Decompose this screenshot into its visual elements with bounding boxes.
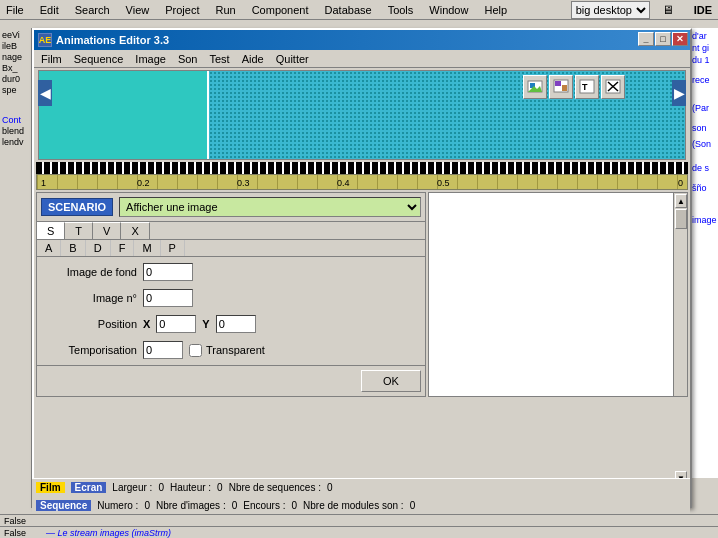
left-sidebar: eeVi ileB nage Bx_ dur0 spe Cont blend l…: [0, 28, 32, 508]
right-text-10: image: [692, 214, 717, 226]
sequence-badge: Sequence: [36, 500, 91, 511]
menu-test[interactable]: Test: [206, 52, 232, 66]
timeline-nav-left[interactable]: ◀: [38, 80, 52, 106]
menu-quitter[interactable]: Quitter: [273, 52, 312, 66]
animations-editor-window: AE Animations Editor 3.3 _ □ ✕ Film Sequ…: [32, 28, 692, 508]
right-text-6: son: [692, 122, 717, 134]
subtab-f[interactable]: F: [111, 240, 135, 256]
subtab-a[interactable]: A: [37, 240, 61, 256]
scenario-label: SCENARIO: [41, 198, 113, 216]
timeline-nav-right[interactable]: ▶: [672, 80, 686, 106]
menu-project[interactable]: Project: [161, 3, 203, 17]
subtab-b[interactable]: B: [61, 240, 85, 256]
status-bar-1: Film Ecran Largeur : 0 Hauteur : 0 Nbre …: [32, 478, 690, 496]
menu-search[interactable]: Search: [71, 3, 114, 17]
close-button[interactable]: ✕: [672, 32, 688, 46]
main-tab-bar: S T V X: [37, 222, 425, 240]
encours-label: Encours :: [243, 500, 285, 511]
editor-menubar: Film Sequence Image Son Test Aide Quitte…: [34, 50, 690, 68]
timeline-btn-text[interactable]: T: [575, 75, 599, 99]
left-item-eeVi: eeVi: [2, 30, 29, 40]
menu-son[interactable]: Son: [175, 52, 201, 66]
menu-tools[interactable]: Tools: [384, 3, 418, 17]
preview-panel: ▲ ▼: [428, 192, 688, 397]
menu-sequence[interactable]: Sequence: [71, 52, 127, 66]
hauteur-value: 0: [217, 482, 223, 493]
tab-s[interactable]: S: [37, 222, 65, 239]
left-item-nage: nage: [2, 52, 29, 62]
x-label: X: [143, 318, 150, 330]
menu-database[interactable]: Database: [321, 3, 376, 17]
ruler-label-5: 0.5: [437, 178, 450, 188]
hauteur-label: Hauteur :: [170, 482, 211, 493]
ok-button[interactable]: OK: [361, 370, 421, 392]
menu-edit[interactable]: Edit: [36, 3, 63, 17]
menu-help[interactable]: Help: [480, 3, 511, 17]
left-item-bx: Bx_: [2, 63, 29, 73]
form-row-temporisation: Temporisation Transparent: [47, 341, 415, 359]
subtab-d[interactable]: D: [86, 240, 111, 256]
ruler-label-1: 1: [41, 178, 46, 188]
menu-file[interactable]: File: [2, 3, 28, 17]
title-bar: AE Animations Editor 3.3 _ □ ✕: [34, 30, 690, 50]
ruler-label-4: 0.4: [337, 178, 350, 188]
numero-value: 0: [144, 500, 150, 511]
menu-film[interactable]: Film: [38, 52, 65, 66]
input-image-n[interactable]: [143, 289, 193, 307]
timeline-toolbar: T: [523, 75, 625, 99]
timeline-film-strip: [39, 71, 209, 159]
status-bar-2: Sequence Numero : 0 Nbre d'images : 0 En…: [32, 496, 690, 514]
minimize-button[interactable]: _: [638, 32, 654, 46]
transparent-checkbox[interactable]: [189, 344, 202, 357]
largeur-label: Largeur :: [112, 482, 152, 493]
film-badge: Film: [36, 482, 65, 493]
label-image-fond: Image de fond: [47, 266, 137, 278]
scrollbar-vertical[interactable]: ▲ ▼: [673, 193, 687, 396]
nbre-images-label: Nbre d'images :: [156, 500, 226, 511]
tab-x[interactable]: X: [121, 222, 149, 239]
menu-window[interactable]: Window: [425, 3, 472, 17]
btn-area: OK: [37, 365, 425, 396]
input-image-fond[interactable]: [143, 263, 193, 281]
right-text-5: (Par: [692, 102, 717, 114]
label-temporisation: Temporisation: [47, 344, 137, 356]
input-position-x[interactable]: [156, 315, 196, 333]
timeline-container: T ◀ ▶: [36, 70, 688, 160]
bottom-section: SCENARIO Afficher une image Option 2 S T…: [36, 192, 688, 397]
menu-view[interactable]: View: [122, 3, 154, 17]
label-position: Position: [47, 318, 137, 330]
menu-aide[interactable]: Aide: [239, 52, 267, 66]
menu-component[interactable]: Component: [248, 3, 313, 17]
bottom-text-1: False: [4, 516, 26, 526]
very-bottom-strip: False — Le stream images (imaStrm): [0, 526, 718, 538]
bottom-text-2: False: [4, 528, 26, 538]
timeline-btn-image2[interactable]: [549, 75, 573, 99]
sub-tab-bar: A B D F M P: [37, 240, 425, 257]
ruler: 1 0.2 0.3 0.4 0.5 0: [36, 174, 688, 190]
left-item-ileB: ileB: [2, 41, 29, 51]
timeline-area: T: [38, 70, 686, 160]
nbre-images-value: 0: [232, 500, 238, 511]
timeline-btn-close[interactable]: [601, 75, 625, 99]
input-position-y[interactable]: [216, 315, 256, 333]
desktop-dropdown[interactable]: big desktop: [571, 1, 650, 19]
left-item-lendv: lendv: [2, 137, 29, 147]
tab-t[interactable]: T: [65, 222, 93, 239]
menu-run[interactable]: Run: [211, 3, 239, 17]
subtab-m[interactable]: M: [134, 240, 160, 256]
ruler-label-3: 0.3: [237, 178, 250, 188]
scenario-dropdown[interactable]: Afficher une image Option 2: [119, 197, 421, 217]
subtab-p[interactable]: P: [161, 240, 185, 256]
right-text-7: (Son: [692, 138, 717, 150]
left-item-Cont: Cont: [2, 115, 29, 125]
scrollbar-thumb[interactable]: [675, 209, 687, 229]
input-temporisation[interactable]: [143, 341, 183, 359]
tab-v[interactable]: V: [93, 222, 121, 239]
preview-content: [429, 193, 673, 396]
scrollbar-up-button[interactable]: ▲: [675, 194, 687, 208]
maximize-button[interactable]: □: [655, 32, 671, 46]
transparent-label: Transparent: [206, 344, 265, 356]
largeur-value: 0: [158, 482, 164, 493]
timeline-btn-image[interactable]: [523, 75, 547, 99]
menu-image[interactable]: Image: [132, 52, 169, 66]
